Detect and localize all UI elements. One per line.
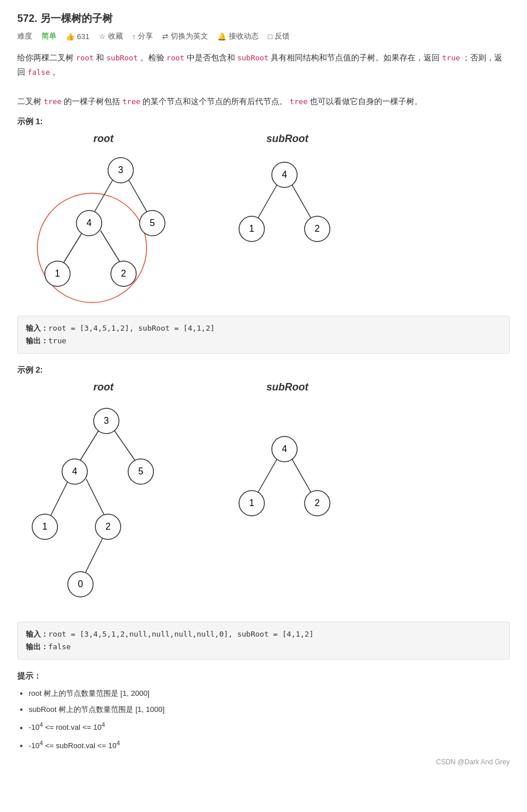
svg-line-24 xyxy=(112,427,138,465)
share-icon: ↑ xyxy=(132,32,136,41)
svg-line-25 xyxy=(49,479,69,519)
example2-root-svg: 3 4 5 1 2 0 xyxy=(17,396,190,614)
feedback-icon: □ xyxy=(268,32,272,41)
example-1: 示例 1: root 3 xyxy=(17,117,510,354)
hint-item-3: -104 <= root.val <= 104 xyxy=(29,719,510,734)
svg-text:2: 2 xyxy=(106,522,111,531)
svg-text:1: 1 xyxy=(43,522,48,531)
example1-subroot-tree: subRoot 4 1 2 xyxy=(224,133,351,310)
svg-text:5: 5 xyxy=(139,466,144,476)
hint-item-4: -104 <= subRoot.val <= 104 xyxy=(29,738,510,752)
example1-root-tree: root 3 4 xyxy=(17,133,190,310)
svg-text:4: 4 xyxy=(282,170,287,179)
svg-text:2: 2 xyxy=(121,269,126,278)
hints-section: 提示： root 树上的节点数量范围是 [1, 2000] subRoot 树上… xyxy=(17,671,510,752)
example1-root-svg: 3 4 5 1 2 xyxy=(17,147,190,308)
switch-lang-button[interactable]: ⇄ 切换为英文 xyxy=(162,31,208,41)
svg-line-15 xyxy=(256,182,279,222)
svg-line-23 xyxy=(78,427,101,465)
example-2: 示例 2: root 3 4 xyxy=(17,365,510,660)
svg-text:4: 4 xyxy=(87,218,92,228)
svg-text:3: 3 xyxy=(118,165,124,175)
svg-text:3: 3 xyxy=(104,416,109,426)
example2-subroot-svg: 4 1 2 xyxy=(224,396,351,557)
collect-button[interactable]: ☆ 收藏 xyxy=(99,31,123,41)
svg-text:1: 1 xyxy=(249,224,255,233)
svg-text:4: 4 xyxy=(282,444,287,454)
example2-code-box: 输入：root = [3,4,5,1,2,null,null,null,null… xyxy=(17,622,510,660)
star-icon: ☆ xyxy=(99,32,106,41)
bell-icon: 🔔 xyxy=(217,32,226,41)
difficulty-label: 难度 xyxy=(17,31,32,41)
notify-button[interactable]: 🔔 接收动态 xyxy=(217,31,259,41)
svg-line-16 xyxy=(290,182,313,222)
svg-line-27 xyxy=(83,537,103,577)
hints-list: root 树上的节点数量范围是 [1, 2000] subRoot 树上的节点数… xyxy=(17,687,510,752)
like-button[interactable]: 👍 631 xyxy=(66,32,90,41)
example-2-label: 示例 2: xyxy=(17,365,510,376)
watermark: CSDN @Dark And Grey xyxy=(17,758,510,766)
example-1-label: 示例 1: xyxy=(17,117,510,127)
share-button[interactable]: ↑ 分享 xyxy=(132,31,153,41)
svg-text:1: 1 xyxy=(249,498,255,508)
svg-text:0: 0 xyxy=(78,579,83,589)
page-title: 572. 另一棵树的子树 xyxy=(17,12,510,25)
hints-title: 提示： xyxy=(17,671,510,681)
example2-subroot-tree: subRoot 4 1 2 xyxy=(224,381,351,558)
svg-text:5: 5 xyxy=(150,218,155,228)
difficulty-value: 简单 xyxy=(41,31,56,41)
like-icon: 👍 xyxy=(66,32,75,41)
feedback-button[interactable]: □ 反馈 xyxy=(268,31,290,41)
svg-text:2: 2 xyxy=(315,498,320,508)
svg-line-26 xyxy=(86,479,106,519)
example1-subroot-svg: 4 1 2 xyxy=(224,147,351,308)
svg-line-40 xyxy=(256,456,279,496)
example1-code-box: 输入：root = [3,4,5,1,2], subRoot = [4,1,2]… xyxy=(17,316,510,354)
example2-root-tree: root 3 4 5 xyxy=(17,381,190,616)
svg-text:4: 4 xyxy=(72,466,78,476)
hint-item-2: subRoot 树上的节点数量范围是 [1, 1000] xyxy=(29,703,510,716)
toolbar: 难度 简单 👍 631 ☆ 收藏 ↑ 分享 ⇄ 切换为英文 🔔 接收动态 □ 反… xyxy=(17,31,510,41)
description: 给你两棵二叉树 root 和 subRoot 。检验 root 中是否包含和 s… xyxy=(17,51,510,109)
svg-text:2: 2 xyxy=(315,224,320,233)
svg-line-2 xyxy=(126,176,149,216)
svg-line-41 xyxy=(290,456,313,496)
hint-item-1: root 树上的节点数量范围是 [1, 2000] xyxy=(29,687,510,700)
svg-text:1: 1 xyxy=(55,269,60,278)
translate-icon: ⇄ xyxy=(162,32,168,41)
svg-line-1 xyxy=(92,176,115,216)
